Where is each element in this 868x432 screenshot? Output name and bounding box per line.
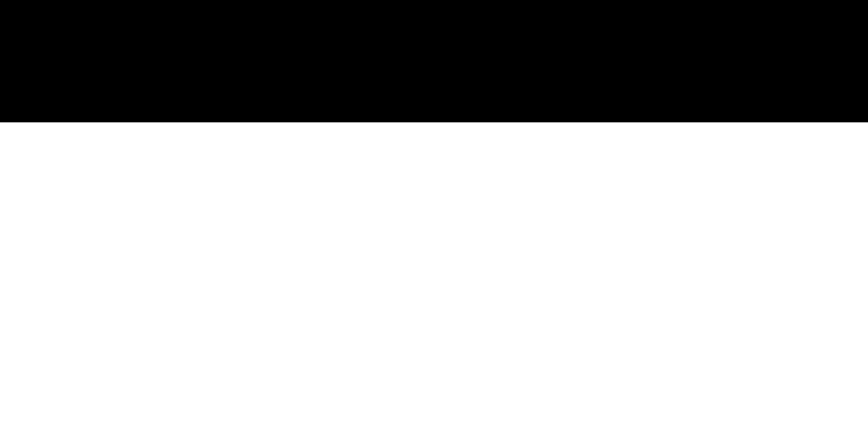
- chart-canvas[interactable]: [0, 0, 868, 432]
- price-panel-bg: [0, 122, 868, 432]
- indicator-panel-bg: [0, 0, 868, 122]
- trading-chart-window[interactable]: [0, 0, 868, 432]
